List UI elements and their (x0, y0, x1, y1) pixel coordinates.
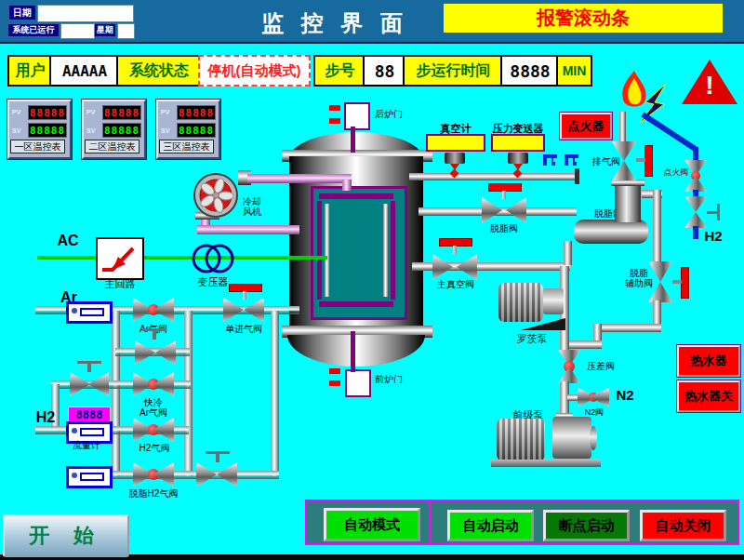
ac-power-line (37, 256, 327, 260)
runtime-label: 系统已运行 (8, 24, 59, 36)
valve-state-dot (589, 393, 598, 402)
aux-drain-horizontal (593, 324, 661, 332)
rear-door-indicator-2 (329, 118, 340, 124)
flow-meter-label: 流量计 (68, 440, 105, 450)
step-time-value: 8888 (500, 55, 560, 87)
main-circuit-breaker[interactable] (96, 237, 144, 280)
runtime-value-box (60, 23, 95, 39)
fast-cool-ar-valve-label: 快冷 Ar气阀 (131, 397, 176, 418)
valve-state-dot (148, 379, 159, 390)
degrease-valve[interactable] (482, 197, 526, 223)
warning-triangle-icon: ! (682, 60, 737, 104)
valve-state-dot (148, 424, 159, 435)
panel-divider (429, 500, 432, 545)
degrease-aux-valve-handle (672, 267, 689, 297)
n2-valve[interactable] (578, 388, 609, 407)
pump-base-plate (491, 460, 601, 467)
degrease-h2-valve[interactable] (133, 462, 174, 487)
cooling-fan[interactable] (193, 173, 238, 218)
tap-icon (564, 153, 580, 167)
fan-pipe-bottom (197, 225, 299, 234)
exhaust-riser-pipe (619, 112, 626, 143)
breaker-icon (98, 239, 142, 278)
sv-label: SV (12, 127, 20, 134)
main-vacuum-valve[interactable] (432, 254, 477, 280)
start-button[interactable]: 开 始 (3, 514, 129, 557)
diff-valve[interactable] (558, 350, 580, 383)
rear-door-indicator-1 (329, 105, 340, 111)
single-inlet-valve[interactable] (223, 298, 264, 322)
ignition-manual-valve[interactable] (684, 196, 707, 228)
transformer-icon[interactable] (189, 242, 237, 275)
degrease-tank-body (574, 220, 648, 244)
ar-manual-valve[interactable] (135, 340, 176, 365)
front-door-box[interactable] (345, 369, 371, 397)
fast-cool-manual-valve[interactable] (70, 372, 109, 396)
main-vacuum-valve-label: 主真空阀 (430, 279, 482, 289)
degrease-flow-meter (66, 466, 113, 488)
cooling-fan-label: 冷却 风机 (237, 196, 267, 217)
pressure-transmitter-box (491, 134, 545, 152)
auto-mode-button[interactable]: 自动模式 (324, 508, 420, 541)
fore-pump-body (552, 417, 591, 459)
vacuum-sensor (445, 153, 465, 164)
pv-label: PV (12, 109, 20, 115)
rear-door-label: 后炉门 (370, 109, 407, 119)
electrode-left (325, 204, 329, 297)
exhaust-valve-handle (636, 145, 653, 175)
front-door-stem (351, 331, 355, 372)
single-inlet-valve-label: 单进气阀 (219, 324, 268, 334)
roots-pump-motor[interactable] (498, 283, 543, 322)
electrode-right (383, 204, 388, 297)
h2-gas-valve-label: H2气阀 (134, 443, 175, 453)
sv-display: 88888 (102, 123, 141, 138)
auto-start-button[interactable]: 自动启动 (447, 510, 534, 541)
temp-controller-zone2[interactable]: PV 88888 SV 88888 二区温控表 (82, 100, 146, 159)
fore-pump-motor[interactable] (497, 419, 545, 460)
degrease-valve-label: 脱脂阀 (485, 223, 523, 233)
warning-mark: ! (682, 71, 737, 100)
heater-bar-bottom (319, 301, 393, 307)
pv-display: 88888 (102, 105, 141, 120)
break-start-button[interactable]: 断点启动 (543, 510, 630, 541)
pipe-end-cap (575, 168, 579, 184)
temp-controller-zone3[interactable]: PV 88888 SV 88888 三区温控表 (156, 100, 220, 159)
sensor-manifold-pipe (409, 173, 577, 180)
ar-gas-valve[interactable] (133, 298, 174, 322)
step-time-label: 步运行时间 (403, 55, 504, 87)
degrease-tank-cap (611, 180, 644, 186)
week-label: 星期 (95, 24, 115, 36)
valve-state-dot (148, 469, 159, 480)
pressure-transmitter-label: 压力变送器 (484, 123, 552, 134)
ignition-manual-valve-handle (707, 204, 720, 220)
valve-state-dot (148, 304, 159, 315)
heater-off-button[interactable]: 热水器关 (677, 380, 740, 412)
temp-controller-zone1[interactable]: PV 88888 SV 88888 一区温控表 (7, 100, 72, 159)
h2-gas-valve[interactable] (133, 418, 174, 442)
date-value-box (37, 5, 134, 22)
furnace-dome-bottom (287, 335, 425, 367)
auto-close-button[interactable]: 自动关闭 (640, 510, 726, 541)
n2-gas-label: N2 (611, 388, 639, 404)
diff-valve-label: 压差阀 (580, 361, 621, 371)
pv-label: PV (86, 109, 95, 115)
step-label: 步号 (313, 55, 366, 87)
user-label: 用户 (7, 55, 53, 87)
pv-label: PV (161, 109, 169, 115)
sv-display: 88888 (28, 123, 67, 138)
date-label: 日期 (9, 6, 35, 20)
heater-bar-right (391, 201, 395, 300)
degrease-tank-neck (615, 183, 641, 222)
vacuum-gauge-box (426, 134, 485, 152)
fast-cool-ar-valve[interactable] (133, 372, 174, 396)
rear-door-stem (351, 127, 355, 153)
heater-on-button[interactable]: 热水器 (677, 345, 740, 377)
heater-bar-left (317, 201, 322, 300)
rear-door-box[interactable] (344, 102, 370, 130)
degrease-manual-valve[interactable] (196, 462, 237, 487)
tank-drain-pipe (564, 241, 572, 265)
h2-right-label: H2 (699, 229, 727, 245)
alarm-scroll-bar[interactable]: 报警滚动条 (444, 4, 723, 33)
furnace-window (311, 186, 407, 320)
igniter-button[interactable]: 点火器 (560, 113, 612, 140)
